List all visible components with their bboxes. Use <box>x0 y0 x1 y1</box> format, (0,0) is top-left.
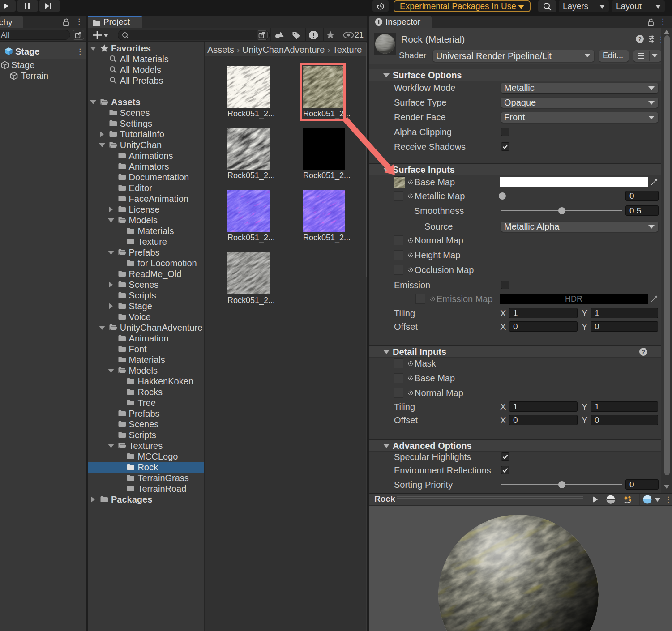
svg-text:?: ? <box>642 349 645 355</box>
svg-text:?: ? <box>638 36 642 43</box>
